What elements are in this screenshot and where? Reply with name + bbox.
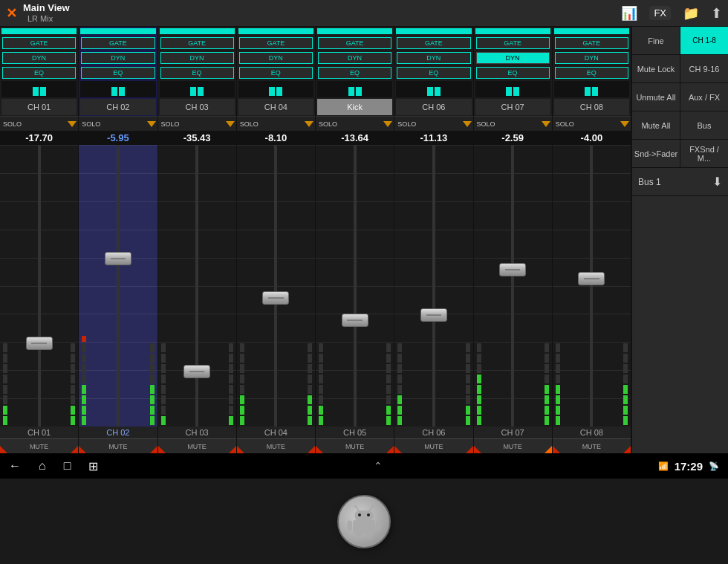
level-value-ch07: -2.59 — [474, 131, 552, 145]
eq-button-ch01[interactable]: EQ — [2, 67, 76, 79]
mute-button-ch07[interactable]: MUTE — [474, 438, 552, 453]
fader-knob-ch07[interactable] — [499, 263, 526, 276]
ch-name-ch07[interactable]: CH 07 — [475, 99, 550, 115]
ch18-button[interactable]: CH 1-8 — [680, 27, 728, 54]
upload-icon[interactable]: ⬆ — [711, 5, 722, 22]
ch-name-ch04[interactable]: CH 04 — [238, 99, 313, 115]
dyn-button-ch07[interactable]: DYN — [476, 52, 550, 64]
eq-button-ch08[interactable]: EQ — [555, 67, 628, 79]
mute-button-ch01[interactable]: MUTE — [0, 438, 78, 453]
svg-rect-1 — [355, 510, 374, 521]
solo-row-ch08: SOLO — [553, 116, 631, 131]
meter-right-ch04 — [308, 145, 312, 427]
fader-knob-ch02[interactable] — [105, 252, 131, 265]
fader-area-ch07[interactable] — [474, 145, 552, 427]
channel-strip-ch04[interactable]: GATEDYNEQCH 04SOLO-8.10CH 04MUTE — [237, 27, 316, 453]
ch-name-ch08[interactable]: CH 08 — [554, 99, 629, 115]
gate-button-ch03[interactable]: GATE — [160, 37, 234, 49]
screenshot-button[interactable]: ⊞ — [88, 459, 98, 473]
unmuteall-button[interactable]: Unmute All — [632, 83, 680, 111]
channel-strip-ch01[interactable]: GATEDYNEQCH 01SOLO-17.70CH 01MUTE — [0, 27, 79, 453]
ch-label-ch07: CH 07 — [474, 427, 552, 438]
eq-button-ch02[interactable]: EQ — [81, 67, 155, 79]
ch-name-ch02[interactable]: CH 02 — [80, 99, 155, 115]
recents-button[interactable]: □ — [64, 459, 71, 473]
meter-right-ch05 — [386, 145, 391, 427]
mini-level-ch06 — [396, 81, 471, 97]
home-button[interactable]: ⌂ — [39, 459, 46, 473]
dyn-button-ch02[interactable]: DYN — [81, 52, 155, 64]
mute-button-ch02[interactable]: MUTE — [79, 438, 157, 453]
fader-track-ch06 — [432, 145, 435, 427]
ch-label-ch04: CH 04 — [237, 427, 315, 438]
channel-strip-ch02[interactable]: GATEDYNEQCH 02SOLO-5.95CH 02MUTE — [79, 27, 157, 453]
eq-button-ch07[interactable]: EQ — [476, 67, 550, 79]
mute-button-ch04[interactable]: MUTE — [237, 438, 315, 453]
meter-left-ch05 — [319, 145, 323, 427]
eq-button-ch05[interactable]: EQ — [318, 67, 391, 79]
mute-button-ch08[interactable]: MUTE — [553, 438, 631, 453]
level-value-ch02: -5.95 — [79, 131, 157, 145]
folder-icon[interactable]: 📁 — [683, 5, 699, 22]
mute-button-ch06[interactable]: MUTE — [394, 438, 472, 453]
solo-row-ch01: SOLO — [0, 116, 78, 131]
fxsnd-button[interactable]: FXSnd / M... — [680, 140, 728, 167]
dyn-button-ch08[interactable]: DYN — [555, 52, 628, 64]
dyn-button-ch04[interactable]: DYN — [239, 52, 313, 64]
eq-button-ch06[interactable]: EQ — [397, 67, 470, 79]
channel-strip-ch05[interactable]: GATEDYNEQKickSOLO-13.64CH 05MUTE — [316, 27, 394, 453]
channel-strip-ch06[interactable]: GATEDYNEQCH 06SOLO-11.13CH 06MUTE — [394, 27, 473, 453]
ch-name-ch05[interactable]: Kick — [317, 99, 392, 115]
bars-icon[interactable]: 📊 — [621, 5, 637, 22]
ch-name-ch06[interactable]: CH 06 — [396, 99, 471, 115]
auxfx-button[interactable]: Aux / FX — [680, 83, 728, 111]
gate-button-ch02[interactable]: GATE — [81, 37, 155, 49]
fader-track-ch04 — [274, 145, 277, 427]
fader-knob-ch05[interactable] — [342, 314, 368, 327]
sndfader-button[interactable]: Snd->Fader — [632, 140, 680, 167]
fine-button[interactable]: Fine — [632, 27, 680, 54]
bus-down-arrow[interactable]: ⬇ — [712, 175, 722, 189]
muteall-button[interactable]: Mute All — [632, 111, 680, 139]
fader-knob-ch08[interactable] — [578, 272, 605, 285]
fader-area-ch08[interactable] — [553, 145, 631, 427]
mute-button-ch03[interactable]: MUTE — [158, 438, 236, 453]
ch-name-ch03[interactable]: CH 03 — [160, 99, 235, 115]
mute-button-ch05[interactable]: MUTE — [316, 438, 394, 453]
mutelock-button[interactable]: Mute Lock — [632, 55, 680, 82]
channel-strip-ch03[interactable]: GATEDYNEQCH 03SOLO-35.43CH 03MUTE — [158, 27, 237, 453]
gate-button-ch06[interactable]: GATE — [397, 37, 470, 49]
dyn-button-ch01[interactable]: DYN — [2, 52, 76, 64]
eq-button-ch04[interactable]: EQ — [239, 67, 313, 79]
ch-name-ch01[interactable]: CH 01 — [1, 99, 77, 115]
channel-strip-ch08[interactable]: GATEDYNEQCH 08SOLO-4.00CH 08MUTE — [553, 27, 631, 453]
gate-button-ch05[interactable]: GATE — [318, 37, 391, 49]
gate-button-ch04[interactable]: GATE — [239, 37, 313, 49]
gate-button-ch01[interactable]: GATE — [2, 37, 76, 49]
back-button[interactable]: ← — [9, 459, 21, 473]
chevron-up-icon[interactable]: ⌃ — [374, 460, 383, 472]
fader-area-ch04[interactable] — [237, 145, 315, 427]
dyn-button-ch06[interactable]: DYN — [397, 52, 470, 64]
meter-left-ch03 — [161, 145, 166, 427]
wifi-icon: 📡 — [709, 461, 719, 471]
gate-button-ch08[interactable]: GATE — [555, 37, 628, 49]
fader-area-ch06[interactable] — [394, 145, 472, 427]
bus-button[interactable]: Bus — [680, 111, 728, 139]
fader-knob-ch03[interactable] — [183, 365, 210, 378]
dyn-button-ch05[interactable]: DYN — [318, 52, 391, 64]
fader-knob-ch01[interactable] — [26, 337, 53, 350]
fader-area-ch05[interactable] — [316, 145, 394, 427]
fader-area-ch03[interactable] — [158, 145, 236, 427]
gate-button-ch07[interactable]: GATE — [476, 37, 550, 49]
dyn-button-ch03[interactable]: DYN — [160, 52, 234, 64]
fx-button[interactable]: FX — [649, 6, 671, 20]
fader-area-ch01[interactable] — [0, 145, 78, 427]
fader-knob-ch06[interactable] — [420, 308, 447, 322]
ch916-button[interactable]: CH 9-16 — [680, 55, 728, 82]
svg-line-6 — [369, 507, 372, 510]
channel-strip-ch07[interactable]: GATEDYNEQCH 07SOLO-2.59CH 07MUTE — [474, 27, 553, 453]
fader-area-ch02[interactable] — [79, 145, 157, 427]
fader-knob-ch04[interactable] — [262, 291, 289, 305]
eq-button-ch03[interactable]: EQ — [160, 67, 234, 79]
